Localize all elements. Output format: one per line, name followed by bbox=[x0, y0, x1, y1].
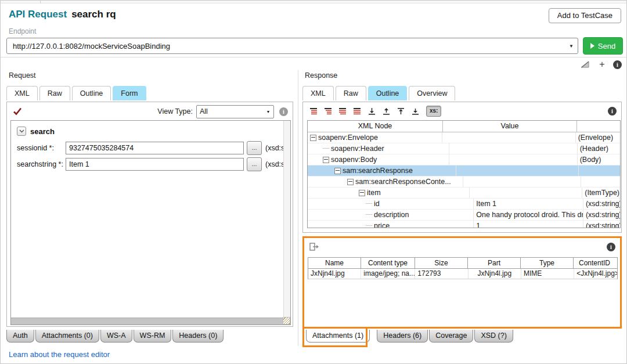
scroll-up-to-line-icon[interactable] bbox=[395, 106, 406, 116]
response-tab-raw[interactable]: Raw bbox=[336, 86, 366, 100]
response-panel-label: Response bbox=[305, 71, 337, 80]
col-xml-node[interactable]: XML Node bbox=[308, 121, 443, 132]
tree-node-value: 1 bbox=[474, 221, 583, 228]
searchstring-browse-button[interactable]: ... bbox=[247, 157, 262, 171]
collapse-toggle-icon[interactable] bbox=[334, 168, 341, 174]
tree-row-envelope[interactable]: soapenv:Envelope (Envelope) bbox=[308, 132, 620, 143]
col-size[interactable]: Size bbox=[415, 258, 468, 268]
response-tab-outline[interactable]: Outline bbox=[368, 86, 408, 100]
sessionid-browse-button[interactable]: ... bbox=[247, 141, 262, 155]
response-tab-xml[interactable]: XML bbox=[302, 86, 334, 100]
collapse-toggle-icon[interactable] bbox=[347, 179, 354, 185]
expand-all-icon[interactable] bbox=[351, 106, 363, 116]
col-name[interactable]: Name bbox=[308, 258, 361, 268]
attachment-content-type: image/jpeg; na... bbox=[361, 269, 415, 279]
export-attachment-icon[interactable] bbox=[308, 242, 320, 252]
endpoint-combobox[interactable]: ▼ bbox=[6, 38, 578, 54]
tree-node-type: (ItemType) bbox=[582, 188, 620, 198]
form-field-searchstring: searchstring *: ... (xsd:string bbox=[17, 157, 291, 171]
request-tab-raw[interactable]: Raw bbox=[39, 86, 70, 100]
tab-request-attachments[interactable]: Attachments (0) bbox=[35, 330, 99, 343]
tree-node-label: item bbox=[367, 188, 381, 198]
form-horizontal-scrollbar[interactable] bbox=[11, 318, 284, 325]
tab-xsd[interactable]: XSD (?) bbox=[474, 330, 513, 343]
col-type[interactable]: Type bbox=[521, 258, 574, 268]
tree-node-value: One handy protocol droid. This droid is … bbox=[474, 210, 583, 220]
attachment-row[interactable]: JxNjn4l.jpg image/jpeg; na... 172793 JxN… bbox=[308, 269, 617, 279]
collapse-toggle-icon[interactable] bbox=[323, 157, 329, 163]
collapse-toggle-icon[interactable] bbox=[359, 190, 365, 196]
attachments-info-icon[interactable]: i bbox=[607, 243, 615, 251]
tree-row-item[interactable]: item (ItemType) bbox=[308, 188, 620, 199]
attachments-table: Name Content type Size Part Type Content… bbox=[308, 257, 618, 279]
request-form-panel: View Type: All ▼ i search sessionid *: .… bbox=[6, 102, 293, 327]
view-type-select[interactable]: All ▼ bbox=[196, 105, 274, 118]
toggle-xs-button[interactable]: xs: bbox=[426, 106, 441, 117]
editor-info-icon[interactable]: i bbox=[613, 60, 622, 69]
validate-check-icon[interactable] bbox=[12, 106, 23, 117]
col-contentid[interactable]: ContentID bbox=[574, 258, 615, 268]
tree-row-search-response[interactable]: sam:searchResponse bbox=[308, 165, 620, 176]
tab-ws-a[interactable]: WS-A bbox=[100, 330, 132, 343]
add-panel-icon[interactable]: + bbox=[596, 59, 608, 70]
send-button-label: Send bbox=[598, 42, 615, 51]
sessionid-input[interactable] bbox=[66, 142, 244, 154]
form-vertical-scrollbar[interactable] bbox=[283, 121, 290, 318]
attachments-toolbar: i bbox=[308, 240, 615, 253]
field-label: sessionid *: bbox=[17, 144, 66, 152]
tree-node-label: price bbox=[374, 221, 390, 228]
page-title-kind: API Request bbox=[9, 9, 67, 20]
col-part[interactable]: Part bbox=[468, 258, 521, 268]
tree-row-description[interactable]: description One handy protocol droid. Th… bbox=[308, 210, 620, 221]
scroll-down-from-line-icon[interactable] bbox=[409, 106, 421, 116]
tree-node-label: id bbox=[374, 199, 380, 209]
scroll-up-from-line-icon[interactable] bbox=[380, 106, 392, 116]
page-title: API Requestsearch rq bbox=[9, 9, 116, 20]
searchstring-input[interactable] bbox=[66, 158, 244, 171]
request-panel-label: Request bbox=[9, 71, 36, 80]
response-outline-toolbar: xs: i bbox=[308, 104, 617, 118]
collapse-toggle-icon[interactable] bbox=[310, 135, 316, 141]
tree-row-body[interactable]: soapenv:Body (Body) bbox=[308, 154, 620, 165]
tree-node-value bbox=[442, 132, 576, 143]
tree-row-header[interactable]: soapenv:Header (Header) bbox=[308, 143, 620, 154]
col-type[interactable] bbox=[577, 121, 620, 132]
tree-node-type: (xsd:string) bbox=[583, 221, 620, 228]
tree-row-id[interactable]: id Item 1 (xsd:string) bbox=[308, 199, 620, 210]
tab-response-headers[interactable]: Headers (6) bbox=[377, 330, 428, 343]
tree-row-search-response-content[interactable]: sam:searchResponseConte... bbox=[308, 176, 620, 188]
tab-ws-rm[interactable]: WS-RM bbox=[134, 330, 172, 343]
tab-request-headers[interactable]: Headers (0) bbox=[172, 330, 224, 343]
response-tab-overview[interactable]: Overview bbox=[409, 86, 455, 100]
form-section-label: search bbox=[30, 127, 55, 136]
layout-orientation-icon[interactable] bbox=[579, 59, 591, 70]
col-value[interactable]: Value bbox=[443, 121, 577, 132]
panel-divider[interactable] bbox=[298, 70, 298, 346]
scroll-down-to-line-icon[interactable] bbox=[366, 106, 377, 116]
window-top-strip bbox=[1, 1, 626, 3]
tab-auth[interactable]: Auth bbox=[6, 330, 34, 343]
endpoint-input[interactable] bbox=[7, 42, 565, 51]
col-content-type[interactable]: Content type bbox=[361, 258, 415, 268]
tab-coverage[interactable]: Coverage bbox=[429, 330, 473, 343]
collapse-to-level-2-icon[interactable] bbox=[322, 106, 334, 116]
collapse-to-level-3-icon[interactable] bbox=[337, 106, 348, 116]
outline-info-icon[interactable]: i bbox=[608, 107, 617, 116]
form-info-icon[interactable]: i bbox=[279, 107, 288, 116]
tree-row-price[interactable]: price 1 (xsd:string) bbox=[308, 221, 620, 228]
tree-node-type: (Body) bbox=[578, 154, 620, 165]
tab-response-attachments[interactable]: Attachments (1) bbox=[306, 330, 370, 343]
send-button[interactable]: Send bbox=[583, 37, 623, 55]
endpoint-dropdown-icon[interactable]: ▼ bbox=[565, 44, 578, 49]
collapse-section-icon[interactable] bbox=[17, 127, 26, 136]
add-to-testcase-button[interactable]: Add to TestCase bbox=[549, 8, 621, 23]
api-request-editor-window: API Requestsearch rq Add to TestCase End… bbox=[0, 0, 627, 364]
request-tab-form[interactable]: Form bbox=[113, 86, 146, 100]
endpoint-label: Endpoint bbox=[9, 27, 36, 35]
request-tab-xml[interactable]: XML bbox=[6, 86, 38, 100]
resize-grip-icon[interactable] bbox=[283, 317, 290, 325]
request-tab-outline[interactable]: Outline bbox=[72, 86, 111, 100]
response-bottom-tabs: Attachments (1) Headers (6) Coverage XSD… bbox=[306, 330, 513, 343]
collapse-to-level-1-icon[interactable] bbox=[308, 106, 319, 116]
learn-link[interactable]: Learn about the request editor bbox=[9, 350, 110, 359]
